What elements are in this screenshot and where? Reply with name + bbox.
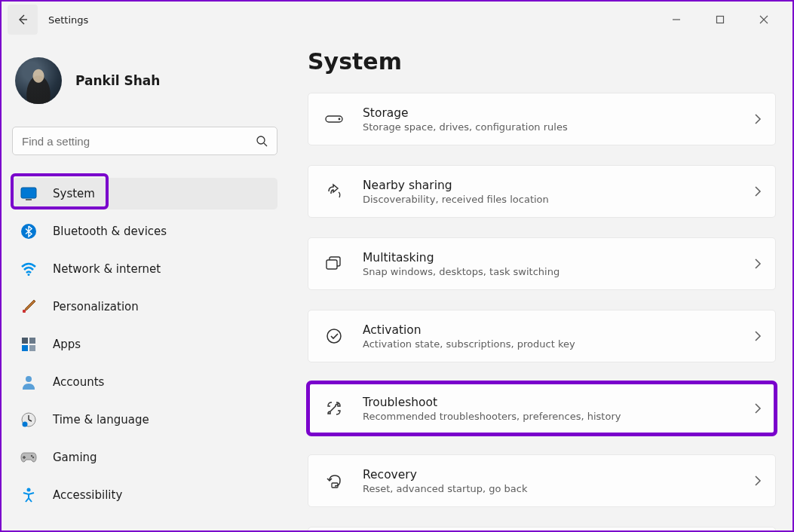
bluetooth-icon — [20, 222, 38, 240]
page-title: System — [308, 48, 776, 75]
card-multitasking[interactable]: Multitasking Snap windows, desktops, tas… — [308, 237, 776, 290]
svg-rect-10 — [22, 345, 28, 351]
card-text: Multitasking Snap windows, desktops, tas… — [363, 251, 754, 277]
sidebar: Pankil Shah System Bluetooth & devices — [2, 38, 288, 530]
accessibility-icon — [20, 486, 38, 504]
svg-rect-4 — [26, 199, 32, 200]
sidebar-item-label: Accessibility — [53, 488, 122, 502]
card-title: Nearby sharing — [363, 179, 754, 192]
card-title: Recovery — [363, 468, 754, 482]
card-subtitle: Recommended troubleshooters, preferences… — [363, 411, 754, 422]
card-subtitle: Activation state, subscriptions, product… — [363, 338, 754, 350]
settings-cards: Storage Storage space, drives, configura… — [308, 93, 776, 530]
sidebar-item-label: Gaming — [53, 451, 97, 464]
troubleshoot-icon — [323, 398, 345, 419]
sidebar-item-time[interactable]: Time & language — [12, 404, 277, 436]
sidebar-item-gaming[interactable]: Gaming — [12, 442, 277, 473]
maximize-icon — [716, 15, 725, 24]
svg-rect-0 — [717, 17, 724, 23]
avatar — [15, 57, 62, 104]
sidebar-item-label: Personalization — [53, 300, 139, 313]
titlebar: Settings — [2, 2, 792, 38]
sidebar-item-personalization[interactable]: Personalization — [12, 291, 277, 323]
card-title: Troubleshoot — [363, 396, 754, 409]
card-activation[interactable]: Activation Activation state, subscriptio… — [308, 310, 776, 362]
share-icon — [323, 181, 345, 202]
svg-point-22 — [327, 329, 341, 343]
chevron-right-icon — [754, 185, 762, 197]
window-title: Settings — [48, 14, 88, 26]
sidebar-item-network[interactable]: Network & internet — [12, 253, 277, 285]
username: Pankil Shah — [75, 73, 160, 88]
close-button[interactable] — [749, 8, 779, 32]
card-text: Recovery Reset, advanced startup, go bac… — [363, 468, 754, 494]
storage-icon — [323, 109, 345, 130]
sidebar-item-label: Accounts — [53, 375, 104, 389]
search-icon — [256, 135, 268, 147]
svg-point-1 — [257, 136, 265, 144]
minimize-button[interactable] — [661, 8, 691, 32]
gaming-icon — [20, 448, 38, 466]
card-title: Multitasking — [363, 251, 754, 264]
content-area: Pankil Shah System Bluetooth & devices — [2, 38, 792, 530]
nav-list: System Bluetooth & devices Network & int… — [12, 178, 277, 511]
sidebar-item-bluetooth[interactable]: Bluetooth & devices — [12, 216, 277, 247]
sidebar-item-label: System — [53, 187, 95, 200]
svg-rect-2 — [21, 188, 36, 198]
chevron-right-icon — [754, 113, 762, 125]
card-subtitle: Snap windows, desktops, task switching — [363, 266, 754, 277]
card-subtitle: Discoverability, received files location — [363, 194, 754, 205]
search-box[interactable] — [12, 127, 277, 155]
activation-icon — [323, 326, 345, 347]
multitasking-icon — [323, 253, 345, 274]
sidebar-item-label: Bluetooth & devices — [53, 225, 167, 238]
svg-rect-9 — [29, 338, 35, 344]
card-subtitle: Reset, advanced startup, go back — [363, 483, 754, 494]
svg-point-15 — [31, 455, 32, 457]
time-icon — [20, 411, 38, 429]
card-text: Troubleshoot Recommended troubleshooters… — [363, 396, 754, 422]
card-troubleshoot[interactable]: Troubleshoot Recommended troubleshooters… — [308, 382, 776, 435]
sidebar-item-apps[interactable]: Apps — [12, 329, 277, 360]
maximize-button[interactable] — [705, 8, 735, 32]
close-icon — [759, 15, 768, 24]
chevron-right-icon — [754, 475, 762, 487]
svg-rect-7 — [23, 310, 26, 313]
wifi-icon — [20, 260, 38, 278]
sidebar-item-label: Network & internet — [53, 262, 161, 276]
card-text: Nearby sharing Discoverability, received… — [363, 179, 754, 205]
svg-point-6 — [28, 274, 30, 276]
svg-point-16 — [32, 457, 34, 458]
card-recovery[interactable]: Recovery Reset, advanced startup, go bac… — [308, 454, 776, 507]
chevron-right-icon — [754, 402, 762, 414]
back-button[interactable] — [8, 5, 38, 35]
svg-rect-21 — [326, 260, 337, 269]
card-subtitle: Storage space, drives, configuration rul… — [363, 121, 754, 133]
minimize-icon — [672, 15, 681, 24]
window-controls — [661, 8, 786, 32]
apps-icon — [20, 335, 38, 353]
search-input[interactable] — [22, 135, 247, 148]
svg-rect-11 — [29, 345, 35, 351]
sidebar-item-system[interactable]: System — [12, 178, 277, 209]
brush-icon — [20, 298, 38, 316]
svg-rect-8 — [22, 338, 28, 344]
card-storage[interactable]: Storage Storage space, drives, configura… — [308, 93, 776, 145]
recovery-icon — [323, 470, 345, 491]
card-title: Activation — [363, 323, 754, 337]
card-title: Storage — [363, 106, 754, 120]
chevron-right-icon — [754, 330, 762, 342]
svg-point-19 — [339, 118, 341, 121]
sidebar-item-accessibility[interactable]: Accessibility — [12, 479, 277, 511]
svg-point-14 — [23, 422, 28, 427]
main-panel: System Storage Storage space, drives, co… — [288, 38, 792, 530]
card-text: Storage Storage space, drives, configura… — [363, 106, 754, 133]
card-nearby-sharing[interactable]: Nearby sharing Discoverability, received… — [308, 165, 776, 218]
sidebar-item-accounts[interactable]: Accounts — [12, 366, 277, 398]
profile-section[interactable]: Pankil Shah — [12, 53, 277, 116]
accounts-icon — [20, 373, 38, 391]
card-projecting[interactable]: Projecting to this PC — [308, 527, 776, 530]
svg-point-17 — [27, 488, 31, 492]
card-text: Activation Activation state, subscriptio… — [363, 323, 754, 350]
sidebar-item-label: Apps — [53, 338, 81, 351]
